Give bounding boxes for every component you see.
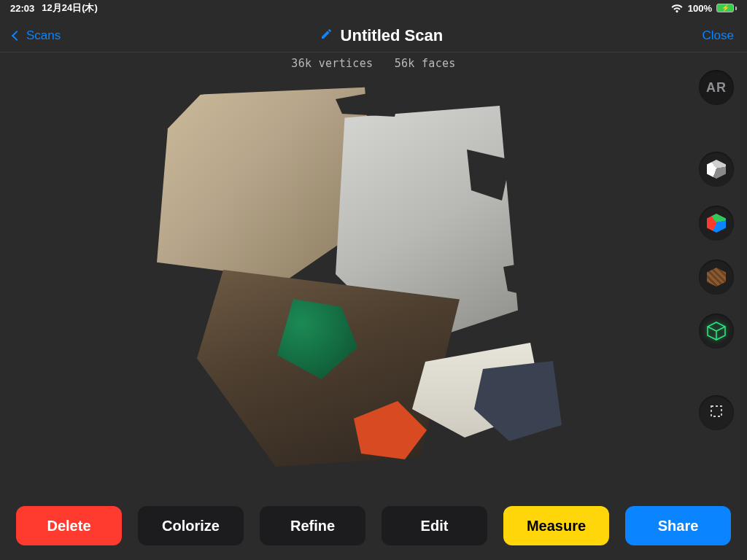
delete-button[interactable]: Delete (16, 506, 122, 545)
measure-label: Measure (527, 518, 586, 534)
wireframe-view-button[interactable] (699, 314, 734, 349)
scan-3d-viewport[interactable] (109, 80, 576, 489)
svg-rect-1 (711, 406, 721, 416)
close-label: Close (703, 28, 734, 43)
colorize-label: Colorize (162, 518, 220, 534)
crop-button[interactable] (699, 395, 734, 430)
page-title: Untitled Scan (341, 26, 444, 45)
share-label: Share (658, 518, 699, 534)
faces-count: 56k faces (395, 57, 456, 70)
mesh-stats: 36k vertices 56k faces (0, 57, 747, 70)
nav-bar: Scans Untitled Scan Close (0, 19, 747, 52)
back-button[interactable]: Scans (13, 28, 61, 43)
wifi-icon (670, 4, 684, 13)
chevron-left-icon (12, 30, 22, 40)
cube-rgb-icon (707, 214, 726, 233)
edit-button[interactable]: Edit (382, 506, 487, 545)
crop-icon (708, 402, 725, 423)
vertices-count: 36k vertices (291, 57, 373, 70)
status-time: 22:03 (10, 3, 34, 14)
refine-button[interactable]: Refine (260, 506, 365, 545)
edit-label: Edit (421, 518, 449, 534)
ar-label: AR (706, 80, 727, 96)
cube-texture-icon (707, 268, 726, 287)
shaded-view-button[interactable] (699, 152, 734, 187)
colorize-button[interactable]: Colorize (138, 506, 244, 545)
edit-title-button[interactable] (320, 27, 333, 44)
cube-shaded-icon (707, 160, 726, 179)
battery-icon: ⚡ (716, 4, 737, 12)
color-view-button[interactable] (699, 206, 734, 241)
close-button[interactable]: Close (703, 28, 734, 43)
status-bar: 22:03 12月24日(木) 100% ⚡ (0, 0, 747, 16)
ar-view-button[interactable]: AR (699, 70, 734, 105)
measure-button[interactable]: Measure (503, 506, 609, 545)
scan-mesh (109, 80, 576, 489)
battery-pct: 100% (688, 3, 712, 14)
share-button[interactable]: Share (625, 506, 731, 545)
back-label: Scans (26, 28, 61, 43)
textured-view-button[interactable] (699, 260, 734, 295)
cube-wireframe-icon (706, 321, 727, 341)
refine-label: Refine (290, 518, 335, 534)
view-mode-toolbar: AR (699, 70, 734, 430)
status-date: 12月24日(木) (42, 1, 98, 15)
delete-label: Delete (47, 518, 90, 534)
bottom-action-bar: Delete Colorize Refine Edit Measure Shar… (0, 506, 747, 545)
